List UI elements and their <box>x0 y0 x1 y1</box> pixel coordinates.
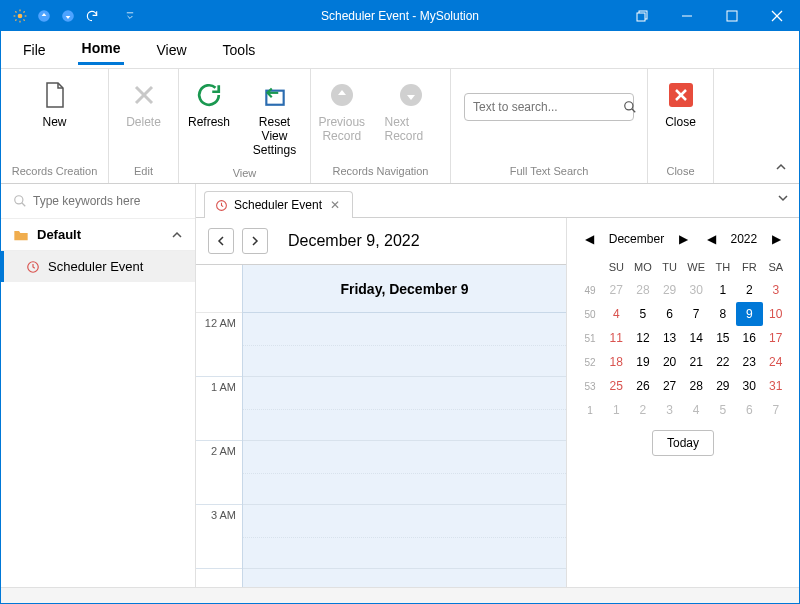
new-button[interactable]: New <box>25 75 85 135</box>
next-year-button[interactable]: ▶ <box>768 230 785 248</box>
calendar-day[interactable]: 7 <box>683 302 710 326</box>
calendar-day[interactable]: 19 <box>630 350 657 374</box>
search-input[interactable] <box>473 100 623 114</box>
search-box[interactable] <box>464 93 634 121</box>
calendar-day[interactable]: 26 <box>630 374 657 398</box>
close-window-button[interactable] <box>754 1 799 31</box>
calendar-day[interactable]: 24 <box>763 350 790 374</box>
next-day-button[interactable] <box>242 228 268 254</box>
week-number: 52 <box>577 350 603 374</box>
reset-view-button[interactable]: Reset View Settings <box>239 75 310 163</box>
calendar-day[interactable]: 1 <box>710 278 736 302</box>
day-view: December 9, 2022 12 AM1 AM2 AM3 AM Frida… <box>196 218 567 587</box>
refresh-icon[interactable] <box>85 9 99 23</box>
tab-scheduler-event[interactable]: Scheduler Event ✕ <box>204 191 353 218</box>
calendar-day[interactable]: 18 <box>603 350 630 374</box>
group-close: Close <box>648 161 713 183</box>
close-button[interactable]: Close <box>651 75 711 135</box>
calendar-day[interactable]: 5 <box>710 398 736 422</box>
calendar-day[interactable]: 27 <box>603 278 630 302</box>
calendar-day[interactable]: 25 <box>603 374 630 398</box>
minimize-button[interactable] <box>664 1 709 31</box>
ribbon-collapse-button[interactable] <box>775 161 787 173</box>
calendar-day[interactable]: 8 <box>710 302 736 326</box>
calendar-day[interactable]: 28 <box>683 374 710 398</box>
calendar-day[interactable]: 17 <box>763 326 790 350</box>
dow-header: TH <box>710 256 736 278</box>
calendar-day[interactable]: 3 <box>656 398 682 422</box>
ribbon: New Records Creation Delete Edit Refresh <box>1 69 799 184</box>
prev-year-button[interactable]: ◀ <box>703 230 720 248</box>
prev-month-button[interactable]: ◀ <box>581 230 598 248</box>
dow-header: FR <box>736 256 762 278</box>
calendar-day[interactable]: 6 <box>656 302 682 326</box>
maximize-button[interactable] <box>709 1 754 31</box>
week-number: 49 <box>577 278 603 302</box>
calendar-day[interactable]: 28 <box>630 278 657 302</box>
group-nav: Records Navigation <box>311 161 450 183</box>
svg-rect-12 <box>637 13 645 21</box>
menu-tools[interactable]: Tools <box>219 36 260 64</box>
calendar-day[interactable]: 10 <box>763 302 790 326</box>
calendar-day[interactable]: 6 <box>736 398 762 422</box>
group-records-creation: Records Creation <box>1 161 108 183</box>
sidebar-item-scheduler-event[interactable]: Scheduler Event <box>1 251 195 282</box>
next-month-button[interactable]: ▶ <box>675 230 692 248</box>
titlebar: Scheduler Event - MySolution <box>1 1 799 31</box>
calendar-day[interactable]: 29 <box>656 278 682 302</box>
dow-header: SU <box>603 256 630 278</box>
calendar-day[interactable]: 4 <box>683 398 710 422</box>
calendar-day[interactable]: 22 <box>710 350 736 374</box>
quickaccess-dropdown-icon[interactable] <box>123 9 137 23</box>
calendar-day[interactable]: 2 <box>736 278 762 302</box>
calendar-day[interactable]: 15 <box>710 326 736 350</box>
calendar-day[interactable]: 9 <box>736 302 762 326</box>
time-slot[interactable] <box>243 441 566 505</box>
prev-day-button[interactable] <box>208 228 234 254</box>
delete-label: Delete <box>126 115 161 129</box>
calendar-day[interactable]: 2 <box>630 398 657 422</box>
time-slot[interactable] <box>243 377 566 441</box>
calendar-day[interactable]: 30 <box>736 374 762 398</box>
calendar-day[interactable]: 12 <box>630 326 657 350</box>
group-edit: Edit <box>109 161 178 183</box>
menu-home[interactable]: Home <box>78 34 125 65</box>
calendar-day[interactable]: 29 <box>710 374 736 398</box>
week-number: 1 <box>577 398 603 422</box>
refresh-icon <box>195 81 223 109</box>
refresh-label: Refresh <box>188 115 230 129</box>
menu-view[interactable]: View <box>152 36 190 64</box>
restore-down-button[interactable] <box>619 1 664 31</box>
dow-header: WE <box>683 256 710 278</box>
down-icon[interactable] <box>61 9 75 23</box>
sidebar-group-default[interactable]: Default <box>1 218 195 251</box>
calendar-day[interactable]: 31 <box>763 374 790 398</box>
time-slot[interactable] <box>243 313 566 377</box>
calendar-day[interactable]: 11 <box>603 326 630 350</box>
today-button[interactable]: Today <box>652 430 714 456</box>
calendar-day[interactable]: 30 <box>683 278 710 302</box>
group-view: View <box>179 163 310 185</box>
sidebar-search-input[interactable] <box>33 194 183 208</box>
calendar-day[interactable]: 3 <box>763 278 790 302</box>
calendar-day[interactable]: 16 <box>736 326 762 350</box>
calendar-day[interactable]: 4 <box>603 302 630 326</box>
tab-close-button[interactable]: ✕ <box>328 198 342 212</box>
calendar-day[interactable]: 1 <box>603 398 630 422</box>
time-slot[interactable] <box>243 505 566 569</box>
gear-icon[interactable] <box>13 9 27 23</box>
refresh-button[interactable]: Refresh <box>179 75 239 135</box>
menu-file[interactable]: File <box>19 36 50 64</box>
tabstrip-menu-button[interactable] <box>777 192 789 204</box>
up-icon[interactable] <box>37 9 51 23</box>
calendar-day[interactable]: 14 <box>683 326 710 350</box>
calendar-day[interactable]: 21 <box>683 350 710 374</box>
calendar-day[interactable]: 23 <box>736 350 762 374</box>
calendar-day[interactable]: 27 <box>656 374 682 398</box>
time-label: 2 AM <box>196 441 242 505</box>
calendar-day[interactable]: 5 <box>630 302 657 326</box>
calendar-day[interactable]: 20 <box>656 350 682 374</box>
search-icon[interactable] <box>623 100 637 114</box>
calendar-day[interactable]: 7 <box>763 398 790 422</box>
calendar-day[interactable]: 13 <box>656 326 682 350</box>
